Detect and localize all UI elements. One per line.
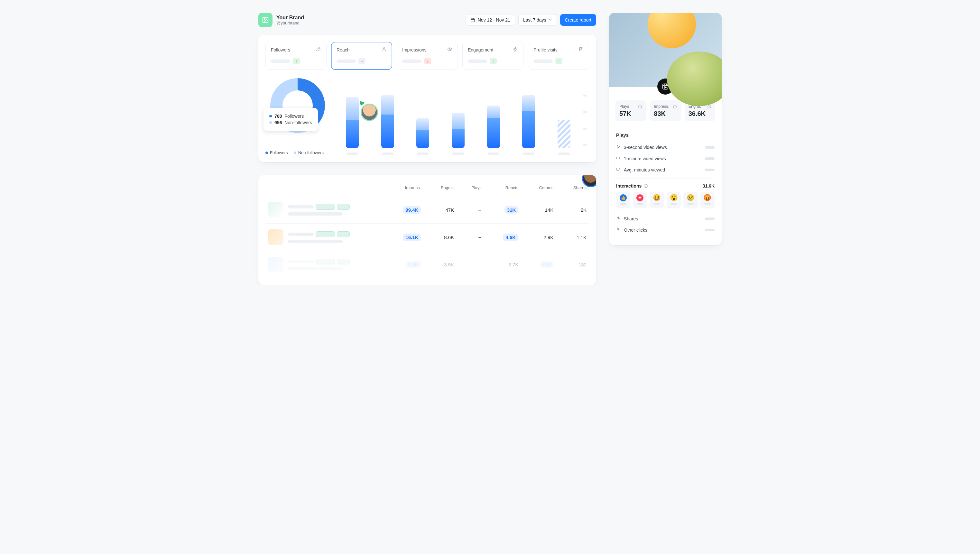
user-icon: [382, 47, 387, 53]
bar: [522, 95, 535, 148]
trend-neutral-icon: [358, 58, 366, 64]
video-icon: [616, 167, 621, 172]
kpi-impress[interactable]: Impress. 83K: [650, 100, 681, 121]
table-row[interactable]: 8.8K3.5K--2.7K668132: [266, 251, 589, 278]
row-shares[interactable]: Shares: [616, 213, 714, 224]
col-reacts[interactable]: Reacts: [484, 182, 521, 196]
svg-point-3: [317, 48, 318, 49]
overview-card: Followers Reach Impressions Engagement: [258, 35, 596, 162]
posts-table-card: Impress. Engmt. Plays Reacts Comms Share…: [258, 175, 596, 285]
bar: [487, 105, 500, 148]
tab-engagement[interactable]: Engagement: [462, 42, 523, 70]
collaborator-cursor-1: [361, 103, 378, 121]
reel-icon: [657, 78, 673, 95]
svg-rect-11: [617, 157, 619, 159]
post-thumbnail: [268, 202, 283, 218]
svg-point-1: [264, 18, 265, 20]
posts-table: Impress. Engmt. Plays Reacts Comms Share…: [266, 182, 589, 278]
y-axis-placeholders: [583, 94, 589, 155]
svg-rect-7: [663, 84, 668, 89]
reaction-haha[interactable]: 😆: [650, 192, 664, 209]
trend-up-icon: [555, 58, 562, 64]
flag-icon: [579, 47, 584, 53]
info-icon: [643, 184, 648, 188]
period-select[interactable]: Last 7 days: [518, 14, 557, 26]
bar: [416, 118, 429, 148]
donut-tooltip: 768Followers 956Non-followers: [264, 108, 318, 131]
tab-profile-visits[interactable]: Profile visits: [528, 42, 589, 70]
row-3sec-views[interactable]: 3-second video views: [616, 142, 714, 153]
trend-down-icon: [424, 58, 431, 64]
reaction-like[interactable]: 👍: [616, 192, 630, 209]
reach-bar-chart: [338, 94, 589, 155]
reaction-breakdown: 👍 ❤ 😆 😮 😢 😡: [616, 192, 714, 209]
svg-point-5: [383, 48, 385, 49]
date-range-picker[interactable]: Nov 12 - Nov 21: [466, 14, 515, 26]
tab-impressions[interactable]: Impressions: [397, 42, 458, 70]
page-header: Your Brand @yourbrand Nov 12 - Nov 21 La…: [258, 13, 596, 27]
row-1min-views[interactable]: 1-minute video views: [616, 153, 714, 164]
metric-tabs: Followers Reach Impressions Engagement: [266, 42, 589, 70]
col-engmt[interactable]: Engmt.: [423, 182, 457, 196]
trend-up-icon: [490, 58, 497, 64]
info-icon: [673, 105, 677, 109]
create-report-button[interactable]: Create report: [560, 14, 596, 26]
row-other-clicks[interactable]: Other clicks: [616, 224, 714, 236]
reaction-sad[interactable]: 😢: [683, 192, 697, 209]
tab-reach[interactable]: Reach: [331, 42, 392, 70]
bar-column: [550, 120, 578, 155]
bar-column: [479, 105, 508, 155]
info-icon: [638, 105, 642, 109]
bolt-icon: [513, 47, 518, 53]
play-icon: [616, 145, 621, 149]
bar: [346, 97, 359, 148]
chevron-down-icon: [549, 18, 552, 22]
post-thumbnail: [268, 229, 283, 245]
period-label: Last 7 days: [523, 18, 546, 22]
kpi-plays[interactable]: Plays 57K: [616, 100, 646, 121]
reaction-wow[interactable]: 😮: [667, 192, 681, 209]
bar: [452, 113, 465, 148]
interactions-header: Interactions 31.6K: [616, 183, 714, 188]
users-icon: [316, 47, 321, 53]
post-thumbnail: [268, 257, 283, 272]
brand-name: Your Brand: [276, 15, 304, 21]
bar: [381, 95, 394, 148]
calendar-icon: [470, 18, 475, 22]
brand-block: Your Brand @yourbrand: [276, 15, 304, 25]
col-impress[interactable]: Impress.: [382, 182, 423, 196]
chart-legend: Followers Non-followers: [266, 150, 330, 155]
bar: [558, 120, 570, 148]
date-range-label: Nov 12 - Nov 21: [478, 18, 510, 22]
table-row[interactable]: 99.4K47K--31K14K2K: [266, 196, 589, 224]
bar-column: [409, 118, 437, 155]
brand-handle: @yourbrand: [276, 21, 304, 25]
col-plays[interactable]: Plays: [457, 182, 484, 196]
col-comms[interactable]: Comms: [521, 182, 556, 196]
reaction-love[interactable]: ❤: [633, 192, 647, 209]
post-detail-panel: Plays 57K Impress. 83K Engmt. 36.6K Play…: [609, 13, 722, 245]
table-row[interactable]: 16.1K8.6K--4.6K2.9K1.1K: [266, 224, 589, 251]
video-icon: [616, 156, 621, 160]
row-avg-min[interactable]: Avg. minutes viewed: [616, 164, 714, 175]
reaction-angry[interactable]: 😡: [700, 192, 714, 209]
eye-icon: [447, 47, 452, 53]
tab-followers[interactable]: Followers: [266, 42, 326, 70]
plays-section-title: Plays: [616, 132, 714, 138]
svg-point-6: [449, 49, 450, 50]
collaborator-cursor-2: [582, 175, 596, 187]
svg-rect-2: [471, 19, 474, 22]
post-media-preview[interactable]: [609, 13, 722, 87]
cursor-icon: [616, 227, 621, 232]
svg-point-4: [319, 48, 320, 49]
brand-avatar: [258, 13, 272, 27]
share-icon: [616, 216, 621, 220]
bar-column: [515, 95, 543, 155]
svg-rect-12: [617, 168, 619, 170]
reach-donut-chart: 768Followers 956Non-followers Followers …: [266, 78, 330, 155]
bar-column: [444, 113, 472, 155]
trend-up-icon: [293, 58, 300, 64]
